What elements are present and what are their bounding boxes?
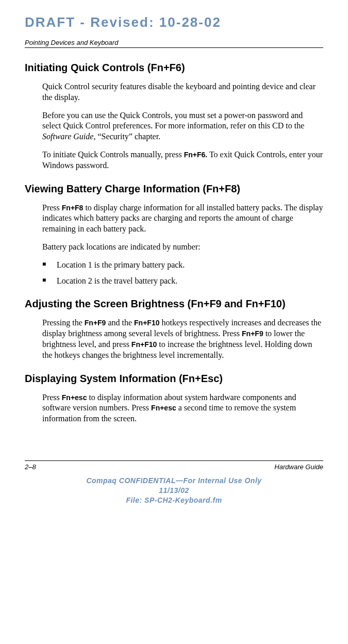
footer-rule xyxy=(25,460,323,461)
draft-banner: DRAFT - Revised: 10-28-02 xyxy=(25,14,323,30)
body-quick-controls: Quick Control security features disable … xyxy=(42,81,323,171)
paragraph: Battery pack locations are indicated by … xyxy=(42,242,323,253)
text: to display charge information for all in… xyxy=(42,203,323,234)
body-battery-charge: Press Fn+F8 to display charge informatio… xyxy=(42,203,323,287)
text: Before you can use the Quick Controls, y… xyxy=(42,111,304,130)
document-page: DRAFT - Revised: 10-28-02 Pointing Devic… xyxy=(0,0,348,518)
text: Press xyxy=(42,393,62,402)
confidential-block: Compaq CONFIDENTIAL—For Internal Use Onl… xyxy=(25,476,323,505)
paragraph: To initiate Quick Controls manually, pre… xyxy=(42,150,323,171)
guide-name: Hardware Guide xyxy=(274,463,323,471)
body-screen-brightness: Pressing the Fn+F9 and the Fn+F10 hotkey… xyxy=(42,318,323,360)
bullet-list: Location 1 is the primary battery pack. … xyxy=(42,260,323,287)
key-combo: Fn+F6. xyxy=(184,151,208,159)
key-combo: Fn+F9 xyxy=(85,319,106,327)
text-italic: Software Guide, xyxy=(42,132,95,141)
key-combo: Fn+F10 xyxy=(134,319,159,327)
heading-quick-controls: Initiating Quick Controls (Fn+F6) xyxy=(25,61,323,74)
footer-row: 2–8 Hardware Guide xyxy=(25,463,323,471)
key-combo: Fn+F10 xyxy=(131,340,157,349)
paragraph: Pressing the Fn+F9 and the Fn+F10 hotkey… xyxy=(42,318,323,360)
text: Press xyxy=(42,203,62,212)
key-combo: Fn+F9 xyxy=(242,329,263,338)
key-combo: Fn+esc xyxy=(151,404,176,412)
paragraph: Press Fn+F8 to display charge informatio… xyxy=(42,203,323,235)
page-number: 2–8 xyxy=(25,463,36,471)
confidential-line: File: SP-CH2-Keyboard.fm xyxy=(25,496,323,505)
key-combo: Fn+F8 xyxy=(62,204,84,212)
confidential-line: Compaq CONFIDENTIAL—For Internal Use Onl… xyxy=(25,476,323,486)
list-item: Location 2 is the travel battery pack. xyxy=(42,276,323,287)
header-rule xyxy=(25,47,323,48)
footer: 2–8 Hardware Guide Compaq CONFIDENTIAL—F… xyxy=(25,460,323,505)
paragraph: Quick Control security features disable … xyxy=(42,81,323,103)
text: Pressing the xyxy=(42,318,85,327)
running-head: Pointing Devices and Keyboard xyxy=(25,39,323,46)
text: and the xyxy=(106,318,134,327)
list-item: Location 1 is the primary battery pack. xyxy=(42,260,323,271)
heading-system-info: Displaying System Information (Fn+Esc) xyxy=(25,372,323,385)
heading-battery-charge: Viewing Battery Charge Information (Fn+F… xyxy=(25,183,323,195)
heading-screen-brightness: Adjusting the Screen Brightness (Fn+F9 a… xyxy=(25,298,323,310)
paragraph: Before you can use the Quick Controls, y… xyxy=(42,110,323,142)
text: “Security” chapter. xyxy=(95,132,160,141)
paragraph: Press Fn+esc to display information abou… xyxy=(42,392,323,424)
key-combo: Fn+esc xyxy=(62,393,87,402)
confidential-line: 11/13/02 xyxy=(25,486,323,496)
body-system-info: Press Fn+esc to display information abou… xyxy=(42,392,323,424)
text: To initiate Quick Controls manually, pre… xyxy=(42,150,184,159)
